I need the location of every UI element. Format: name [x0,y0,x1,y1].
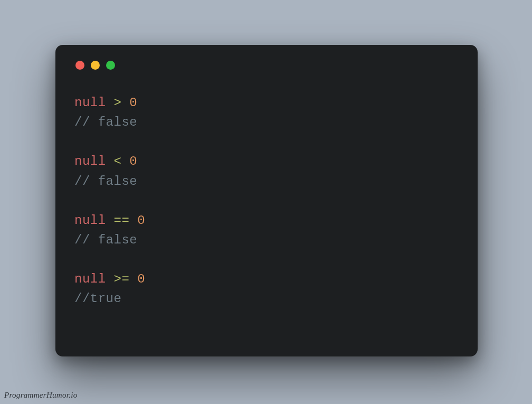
token-number: 0 [129,154,137,168]
close-icon[interactable] [75,61,84,70]
token-number: 0 [137,213,145,228]
token-null: null [74,213,106,228]
code-line: null == 0 [74,211,459,230]
token-comment: // false [74,233,137,247]
token-comment: // false [74,174,137,189]
blank-line [74,191,459,211]
code-line: // false [74,172,459,191]
code-line: null > 0 [74,93,459,112]
token-comment: //true [74,292,121,306]
token-comment: // false [74,115,137,129]
token-operator: > [114,96,122,110]
code-line: null < 0 [74,152,459,171]
code-line: // false [74,112,459,132]
code-window: null > 0 // false null < 0 // false null… [55,45,478,356]
token-null: null [74,154,106,168]
token-null: null [74,272,106,286]
minimize-icon[interactable] [91,61,100,70]
code-line: // false [74,230,459,250]
token-number: 0 [129,96,137,110]
blank-line [74,250,459,269]
code-line: null >= 0 [74,269,459,289]
blank-line [74,132,459,152]
token-number: 0 [137,272,145,286]
token-operator: < [114,154,122,168]
traffic-lights [74,61,459,70]
token-null: null [74,96,106,110]
code-block: null > 0 // false null < 0 // false null… [74,93,459,309]
maximize-icon[interactable] [106,61,115,70]
token-operator: == [114,213,130,228]
code-line: //true [74,289,459,308]
watermark-text: ProgrammerHumor.io [4,391,78,400]
token-operator: >= [114,272,130,286]
